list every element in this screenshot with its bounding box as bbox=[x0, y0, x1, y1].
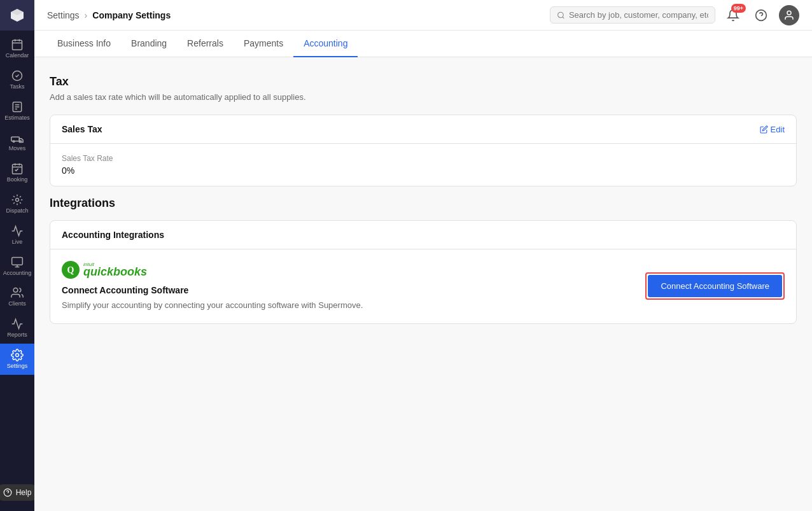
sidebar-item-clients[interactable]: Clients bbox=[0, 281, 34, 312]
tab-accounting[interactable]: Accounting bbox=[293, 31, 358, 57]
tab-navigation: Business Info Branding Referrals Payment… bbox=[34, 31, 812, 57]
svg-text:Q: Q bbox=[67, 265, 74, 275]
notification-badge: 99+ bbox=[731, 4, 746, 13]
svg-rect-0 bbox=[13, 40, 22, 50]
sidebar-item-label: Tasks bbox=[10, 83, 24, 90]
connect-accounting-title: Connect Accounting Software bbox=[62, 285, 633, 295]
accounting-integrations-title: Accounting Integrations bbox=[62, 230, 164, 240]
breadcrumb-chevron: › bbox=[85, 10, 88, 20]
sidebar-item-moves[interactable]: Moves bbox=[0, 126, 34, 157]
avatar[interactable] bbox=[779, 5, 799, 25]
sidebar-item-settings[interactable]: Settings bbox=[0, 344, 34, 375]
svg-rect-9 bbox=[11, 137, 19, 142]
tax-section-desc: Add a sales tax rate which will be autom… bbox=[50, 92, 797, 102]
quickbooks-label: quickbooks bbox=[83, 266, 147, 277]
sidebar-item-label: Accounting bbox=[3, 270, 32, 277]
sales-tax-card: Sales Tax Edit Sales Tax Rate 0% bbox=[50, 115, 797, 186]
sales-tax-rate-label: Sales Tax Rate bbox=[62, 154, 785, 163]
breadcrumb-current: Company Settings bbox=[92, 10, 171, 20]
svg-point-16 bbox=[13, 288, 18, 293]
svg-point-24 bbox=[787, 11, 791, 15]
help-button[interactable]: Help bbox=[0, 484, 34, 501]
quickbooks-logo-icon: Q bbox=[62, 261, 80, 279]
sidebar-item-label: Estimates bbox=[4, 115, 30, 122]
sidebar-item-calendar[interactable]: Calendar bbox=[0, 33, 34, 64]
content-area: Tax Add a sales tax rate which will be a… bbox=[34, 57, 812, 511]
svg-point-14 bbox=[16, 198, 19, 201]
search-icon bbox=[557, 11, 565, 20]
sidebar-item-booking[interactable]: Booking bbox=[0, 157, 34, 188]
search-bar[interactable] bbox=[550, 6, 715, 24]
integrations-section-title: Integrations bbox=[50, 197, 797, 210]
svg-line-21 bbox=[563, 17, 564, 18]
sidebar-item-label: Moves bbox=[9, 145, 26, 152]
integrations-card-header: Accounting Integrations bbox=[50, 221, 796, 249]
sidebar-item-label: Dispatch bbox=[6, 207, 28, 214]
topbar: Settings › Company Settings 99+ bbox=[34, 0, 812, 31]
tab-referrals[interactable]: Referrals bbox=[177, 31, 234, 57]
sidebar-item-reports[interactable]: Reports bbox=[0, 312, 34, 344]
search-input[interactable] bbox=[569, 10, 708, 20]
svg-point-20 bbox=[558, 12, 564, 18]
svg-point-11 bbox=[20, 141, 21, 143]
tab-payments[interactable]: Payments bbox=[234, 31, 293, 57]
notification-button[interactable]: 99+ bbox=[723, 5, 743, 25]
sales-tax-rate-value: 0% bbox=[62, 165, 785, 176]
sidebar-item-label: Calendar bbox=[6, 52, 29, 59]
sidebar-item-label: Clients bbox=[8, 300, 26, 307]
breadcrumb: Settings › Company Settings bbox=[47, 10, 171, 20]
sales-tax-card-header: Sales Tax Edit bbox=[50, 115, 796, 144]
connect-accounting-button[interactable]: Connect Accounting Software bbox=[648, 275, 782, 297]
help-label: Help bbox=[16, 488, 32, 497]
sidebar-item-tasks[interactable]: Tasks bbox=[0, 64, 34, 95]
connect-button-wrapper: Connect Accounting Software bbox=[645, 272, 785, 300]
quickbooks-wordmark: intuit quickbooks bbox=[83, 262, 147, 277]
sidebar-item-label: Live bbox=[12, 239, 23, 246]
sidebar-item-live[interactable]: Live bbox=[0, 220, 34, 251]
sidebar: Calendar Tasks Estimates Moves Booking D… bbox=[0, 0, 34, 511]
svg-point-17 bbox=[16, 353, 19, 356]
sidebar-item-label: Reports bbox=[7, 332, 27, 339]
question-icon bbox=[755, 9, 767, 22]
tab-branding[interactable]: Branding bbox=[121, 31, 177, 57]
integrations-card: Accounting Integrations Q intuit quickbo… bbox=[50, 220, 797, 324]
quickbooks-logo: Q intuit quickbooks bbox=[62, 261, 633, 279]
integration-info: Q intuit quickbooks Connect Accounting S… bbox=[62, 261, 633, 312]
sidebar-item-dispatch[interactable]: Dispatch bbox=[0, 188, 34, 220]
svg-rect-15 bbox=[12, 257, 23, 265]
sidebar-item-label: Settings bbox=[7, 363, 28, 370]
edit-icon bbox=[760, 125, 768, 134]
logo[interactable] bbox=[0, 0, 34, 31]
user-icon bbox=[783, 10, 795, 21]
connect-accounting-desc: Simplify your accounting by connecting y… bbox=[62, 299, 633, 312]
sales-tax-card-body: Sales Tax Rate 0% bbox=[50, 144, 796, 186]
tax-section-title: Tax bbox=[50, 75, 797, 88]
edit-label: Edit bbox=[771, 125, 785, 134]
help-icon-button[interactable] bbox=[751, 5, 771, 25]
breadcrumb-parent: Settings bbox=[47, 10, 80, 20]
sidebar-item-accounting[interactable]: Accounting bbox=[0, 251, 34, 282]
topbar-right: 99+ bbox=[550, 5, 799, 25]
sidebar-item-estimates[interactable]: Estimates bbox=[0, 95, 34, 127]
edit-link[interactable]: Edit bbox=[760, 125, 785, 134]
sidebar-item-label: Booking bbox=[7, 176, 28, 183]
sales-tax-card-title: Sales Tax bbox=[62, 124, 102, 134]
quickbooks-integration-item: Q intuit quickbooks Connect Accounting S… bbox=[50, 249, 796, 323]
main-area: Settings › Company Settings 99+ Business… bbox=[34, 0, 812, 511]
tab-business-info[interactable]: Business Info bbox=[47, 31, 121, 57]
